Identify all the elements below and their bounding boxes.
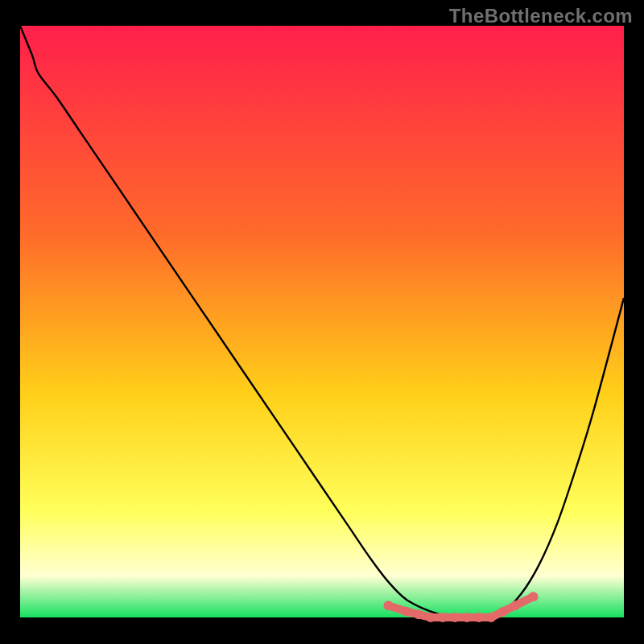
watermark-text: TheBottleneck.com [449, 5, 633, 27]
marker-dot [402, 607, 411, 617]
marker-dot [384, 601, 394, 610]
gradient-background [20, 26, 624, 617]
chart-svg [0, 0, 644, 644]
marker-dot [529, 592, 539, 601]
marker-dot [486, 613, 496, 622]
marker-dot [498, 607, 508, 617]
marker-dot [462, 613, 472, 622]
marker-dot [426, 613, 436, 622]
marker-dot [438, 613, 448, 622]
marker-dot [450, 613, 460, 622]
chart-root: { "watermark": "TheBottleneck.com", "gra… [0, 0, 644, 644]
marker-dot [474, 613, 484, 622]
marker-dot [414, 609, 423, 619]
marker-dot [510, 601, 520, 610]
